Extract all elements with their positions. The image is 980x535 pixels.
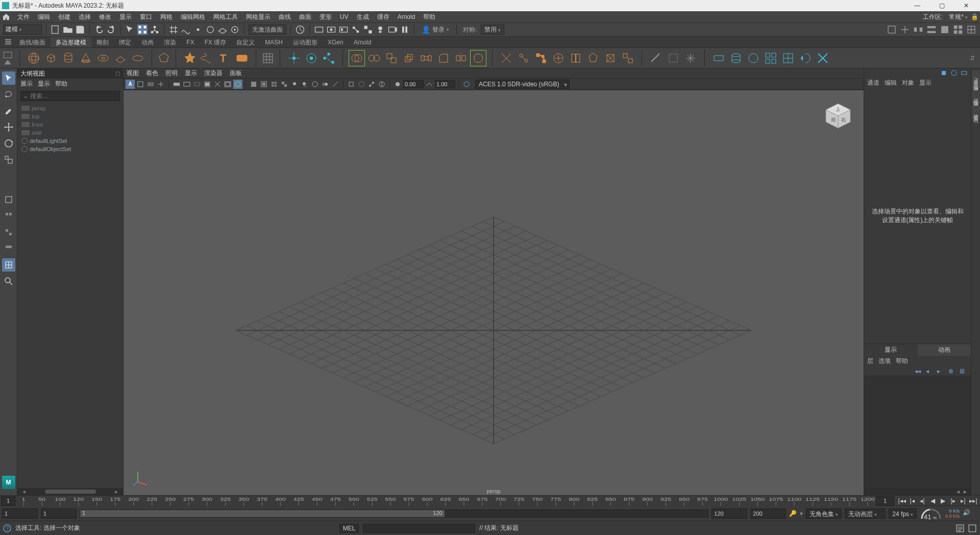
select-mode-hier-icon[interactable]	[150, 25, 160, 35]
autokey-icon[interactable]: 🔑	[789, 510, 797, 517]
uv-sphere-icon[interactable]	[746, 51, 761, 66]
sculpt-icon[interactable]	[666, 51, 681, 66]
vt-xray-joints-icon[interactable]	[367, 80, 376, 89]
cb-menu-0[interactable]: 通道	[867, 79, 879, 87]
cv-icon[interactable]	[321, 51, 336, 66]
shelf-tab-3[interactable]: 绑定	[114, 37, 136, 47]
vt-2d-pan-icon[interactable]	[156, 80, 165, 89]
menu-17[interactable]: Arnold	[394, 13, 420, 20]
render-setup-icon[interactable]	[363, 25, 373, 35]
vt-exposer-icon[interactable]	[377, 80, 386, 89]
shelf-tab-11[interactable]: XGen	[323, 37, 349, 47]
viewport-3d[interactable]: 前 右 上 persp	[124, 90, 864, 495]
polycylinder-icon[interactable]	[61, 51, 76, 66]
vt-shadows-icon[interactable]	[300, 80, 309, 89]
fps-selector[interactable]: 24 fps	[889, 508, 917, 519]
menu-7[interactable]: 网格	[156, 13, 177, 20]
menuset-selector[interactable]: 建模	[3, 25, 42, 35]
tool-d-active[interactable]	[2, 258, 15, 272]
view-menu-5[interactable]: 面板	[230, 69, 242, 78]
paint-select-tool[interactable]	[2, 104, 15, 117]
vt-antialias-icon[interactable]	[331, 80, 340, 89]
vt-cam-icon[interactable]	[172, 80, 181, 89]
shelf-left-1[interactable]	[3, 52, 12, 58]
maximize-button[interactable]: ▢	[934, 2, 949, 9]
step-fwd-icon[interactable]: |▸	[948, 497, 958, 505]
vt-gate-mask-icon[interactable]	[203, 80, 212, 89]
layer-icon-2[interactable]: ◂	[926, 368, 934, 375]
sl-icon-3[interactable]	[913, 25, 924, 35]
help-status-icon[interactable]: ?	[3, 524, 11, 532]
vt-res-gate-icon[interactable]	[192, 80, 202, 89]
snap-plane-icon[interactable]	[217, 25, 228, 35]
polyplane-icon[interactable]	[113, 51, 128, 66]
shelf-tab-7[interactable]: FX 缓存	[200, 37, 232, 47]
vt-colorspace-selector[interactable]: ACES 1.0 SDR-video (sRGB)	[475, 80, 570, 89]
hypershade-icon[interactable]	[351, 25, 361, 35]
crease-icon[interactable]	[648, 51, 664, 66]
connect-icon[interactable]	[533, 51, 549, 66]
rotate-tool[interactable]	[2, 137, 15, 150]
vt-select-cam-icon[interactable]: A	[126, 80, 135, 89]
uv-cyl-icon[interactable]	[728, 51, 744, 66]
outliner-node-defaultObjectSet[interactable]: defaultObjectSet	[17, 145, 123, 153]
outliner-tree[interactable]: persptopfrontsidedefaultLightSetdefaultO…	[17, 103, 123, 488]
tool-a[interactable]	[2, 209, 15, 223]
snap-proj-icon[interactable]	[205, 25, 215, 35]
vt-field-chart-icon[interactable]	[213, 80, 222, 89]
open-scene-icon[interactable]	[63, 25, 73, 35]
polystar-icon[interactable]	[182, 51, 198, 66]
outliner-node-defaultLightSet[interactable]: defaultLightSet	[17, 137, 123, 145]
play-back-icon[interactable]: ◀	[928, 497, 937, 505]
viewcube[interactable]: 前 右 上	[823, 101, 853, 131]
outliner-node-persp[interactable]: persp	[17, 104, 123, 112]
last-tool[interactable]	[2, 193, 15, 206]
menu-0[interactable]: 文件	[13, 13, 34, 20]
toggle-pause-icon[interactable]	[400, 25, 410, 35]
step-back-icon[interactable]: ◂|	[918, 497, 927, 505]
insert-edgeloop-icon[interactable]	[568, 51, 583, 66]
vt-textured-icon[interactable]	[280, 80, 289, 89]
outliner-header[interactable]: 大纲视图 ▢	[17, 68, 123, 79]
cb-icon-2[interactable]	[950, 69, 958, 77]
layer-menu-1[interactable]: 选项	[878, 357, 891, 366]
menu-16[interactable]: 缓存	[373, 13, 394, 20]
vt-motion-blur-icon[interactable]	[321, 80, 330, 89]
uv-layout-icon[interactable]	[815, 51, 830, 66]
menu-5[interactable]: 显示	[115, 13, 136, 20]
outliner-menu-0[interactable]: 展示	[20, 80, 33, 88]
outliner-scroll-thumb[interactable]	[45, 490, 96, 494]
polycone-icon[interactable]	[78, 51, 93, 66]
outliner-menu-1[interactable]: 显示	[38, 80, 50, 88]
mel-label[interactable]: MEL	[339, 524, 359, 533]
playback-end-field[interactable]: 120	[712, 508, 747, 519]
view-menu-1[interactable]: 着色	[146, 69, 158, 78]
cb-menu-2[interactable]: 对象	[902, 79, 914, 87]
outliner-node-side[interactable]: side	[17, 129, 123, 137]
outliner-close-icon[interactable]: ▢	[115, 68, 120, 79]
vt-gamma-field[interactable]: 1.00	[435, 80, 455, 88]
home-icon[interactable]	[2, 13, 10, 21]
script-editor-icon[interactable]	[955, 524, 965, 533]
menu-6[interactable]: 窗口	[136, 13, 156, 20]
view-menu-2[interactable]: 照明	[165, 69, 178, 78]
play-fwd-icon[interactable]: ▶	[938, 497, 947, 505]
polyplatonics-icon[interactable]	[156, 51, 172, 66]
sl-icon-2[interactable]	[899, 25, 911, 35]
layer-icon-3[interactable]: ▸	[937, 368, 945, 375]
render-settings-icon[interactable]	[338, 25, 349, 35]
new-scene-icon[interactable]	[51, 25, 61, 35]
time-slider[interactable]: 1 15010012015017520022525027530032535037…	[0, 495, 980, 505]
outliner-search-input[interactable]	[30, 92, 117, 100]
shelf-tab-9[interactable]: MASH	[260, 37, 288, 47]
view-menu-4[interactable]: 渲染器	[204, 69, 223, 78]
snap-live-icon[interactable]	[230, 25, 240, 35]
ipr-render-icon[interactable]	[326, 25, 336, 35]
polysvg-icon[interactable]: SVG	[234, 51, 250, 66]
menu-1[interactable]: 编辑	[34, 13, 54, 20]
cb-icon-3[interactable]	[961, 69, 968, 77]
outliner-node-front[interactable]: front	[17, 120, 123, 129]
step-back-key-icon[interactable]: |◂	[908, 497, 917, 505]
pivot-icon[interactable]	[286, 51, 302, 66]
tool-search[interactable]	[2, 275, 15, 288]
